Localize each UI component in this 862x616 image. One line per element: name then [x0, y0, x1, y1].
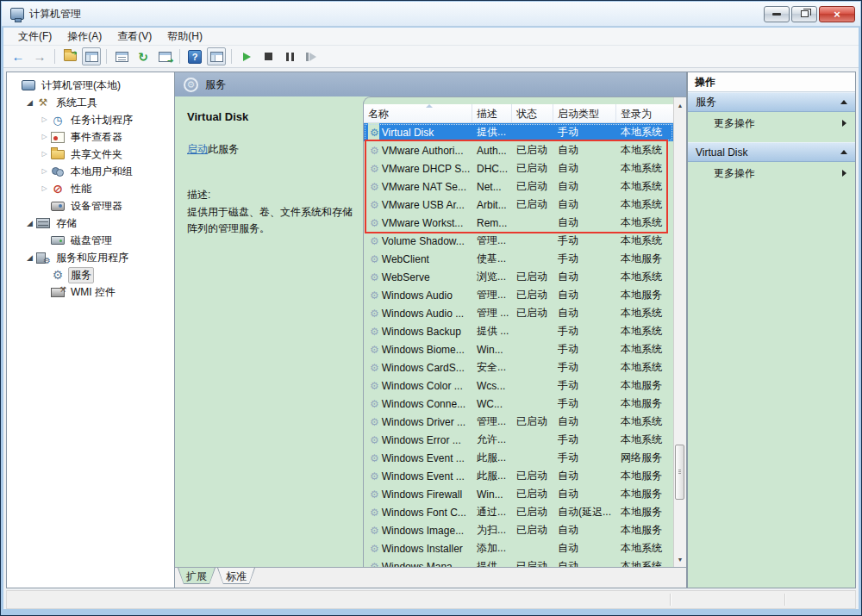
forward-button[interactable]: →: [30, 47, 49, 65]
service-name-cell: ⚙WebServe: [364, 271, 472, 283]
service-row[interactable]: ⚙Windows FirewallWin...已启动自动本地服务: [364, 485, 673, 503]
tree-item-device-manager[interactable]: 设备管理器: [7, 197, 174, 215]
tree-item-services-apps[interactable]: ◢服务和应用程序: [7, 249, 174, 266]
service-description-cell: 此服...: [472, 451, 512, 465]
column-header-name[interactable]: 名称: [364, 104, 472, 122]
device-manager-icon: [51, 202, 65, 211]
column-header-startup-type[interactable]: 启动类型: [553, 104, 616, 122]
collapse-group-icon[interactable]: [840, 150, 847, 154]
help-button[interactable]: ?: [185, 47, 204, 65]
refresh-button[interactable]: ↻: [134, 47, 153, 65]
minimize-button[interactable]: [764, 6, 790, 22]
service-row[interactable]: ⚙Windows Backup提供 ...手动本地系统: [364, 322, 673, 340]
expand-arrow-icon[interactable]: ▷: [38, 168, 51, 175]
tree-item-disk-management[interactable]: 磁盘管理: [7, 232, 174, 249]
service-name-cell: ⚙VMware USB Ar...: [364, 199, 472, 211]
service-name-cell: ⚙VMware Workst...: [364, 217, 472, 229]
service-row[interactable]: ⚙Windows Color ...Wcs...手动本地服务: [364, 376, 673, 395]
tree-item-performance[interactable]: ▷性能: [7, 180, 174, 197]
expand-arrow-icon[interactable]: ▷: [38, 116, 51, 123]
actions-group-header[interactable]: 服务: [688, 92, 855, 112]
scroll-up-arrow-icon[interactable]: ▲: [675, 99, 685, 111]
service-row[interactable]: ⚙Windows Mana...提供...已启动自动本地系统: [364, 557, 673, 567]
service-row[interactable]: ⚙Windows Image...为扫...已启动自动本地服务: [364, 521, 673, 539]
collapse-arrow-icon[interactable]: ◢: [23, 99, 36, 107]
restore-button[interactable]: [791, 6, 817, 22]
console-window-button[interactable]: [82, 47, 101, 65]
up-folder-button[interactable]: [60, 47, 79, 65]
expand-arrow-icon[interactable]: ▷: [38, 134, 51, 140]
back-button[interactable]: ←: [9, 47, 28, 65]
service-row[interactable]: ⚙Windows Conne...WC...手动本地服务: [364, 395, 673, 413]
restart-service-button[interactable]: [302, 47, 321, 65]
more-actions-item[interactable]: 更多操作: [688, 112, 855, 134]
tree-item-label: WMI 控件: [68, 284, 118, 301]
tab-standard[interactable]: 标准: [217, 568, 255, 584]
service-row[interactable]: ⚙Windows Audio管理...已启动自动本地服务: [364, 286, 673, 304]
tree-item-shared-folders[interactable]: ▷共享文件夹: [7, 146, 174, 163]
service-row[interactable]: ⚙Windows Driver ...管理...已启动自动本地系统: [364, 413, 673, 431]
actions-group-header[interactable]: Virtual Disk: [688, 142, 855, 162]
tree-item-wmi[interactable]: WMI 控件: [7, 283, 174, 301]
column-header-logon-as[interactable]: 登录为: [616, 104, 671, 122]
service-name-text: WebServe: [382, 271, 430, 283]
service-row[interactable]: ⚙Windows CardS...安全...手动本地系统: [364, 358, 673, 376]
export-list-button[interactable]: [155, 47, 174, 65]
service-startup-type-cell: 自动: [553, 179, 616, 194]
tree-item-task-scheduler[interactable]: ▷任务计划程序: [7, 111, 174, 128]
pause-service-button[interactable]: [280, 47, 299, 65]
start-service-button[interactable]: [237, 47, 256, 65]
tree-item-storage[interactable]: ◢存储: [7, 215, 174, 232]
service-logon-as-cell: 本地系统: [616, 125, 671, 140]
expand-arrow-icon[interactable]: ▷: [38, 185, 51, 192]
more-actions-item[interactable]: 更多操作: [688, 162, 855, 184]
menu-help[interactable]: 帮助(H): [159, 28, 210, 46]
service-row[interactable]: ⚙VMware Authori...Auth...已启动自动本地系统: [364, 141, 673, 159]
service-name-cell: ⚙Windows Event ...: [364, 452, 472, 464]
service-row[interactable]: ⚙Windows Font C...通过...已启动自动(延迟...本地服务: [364, 503, 673, 521]
collapse-arrow-icon[interactable]: ◢: [23, 254, 36, 262]
tree-item-services[interactable]: 服务: [7, 266, 174, 283]
service-status-cell: 已启动: [512, 197, 553, 212]
show-hide-tree-button[interactable]: [207, 47, 226, 65]
service-row[interactable]: ⚙Windows Biome...Win...手动本地系统: [364, 340, 673, 358]
stop-service-button[interactable]: [259, 47, 278, 65]
service-row[interactable]: ⚙VMware Workst...Rem...自动本地系统: [364, 214, 673, 232]
window-list-button[interactable]: [112, 47, 131, 65]
start-service-link[interactable]: 启动: [187, 143, 208, 155]
menu-file[interactable]: 文件(F): [10, 28, 59, 46]
column-header-description[interactable]: 描述: [472, 104, 512, 122]
service-row[interactable]: ⚙Windows Audio ...管理 ...已启动自动本地系统: [364, 304, 673, 322]
scroll-down-arrow-icon[interactable]: ▼: [675, 553, 685, 565]
start-service-suffix: 此服务: [208, 143, 239, 155]
menu-view[interactable]: 查看(V): [109, 28, 159, 46]
expand-arrow-icon[interactable]: ▷: [38, 151, 51, 158]
service-row[interactable]: ⚙WebClient使基...手动本地服务: [364, 250, 673, 268]
tree-item-computer[interactable]: 计算机管理(本地): [7, 77, 174, 94]
tree-item-system-tools[interactable]: ◢系统工具: [7, 94, 174, 111]
service-row[interactable]: ⚙Virtual Disk提供...手动本地系统: [364, 123, 673, 141]
service-row[interactable]: ⚙Windows Event ...此服...手动网络服务: [364, 449, 673, 467]
vertical-scrollbar[interactable]: ▲ ▼: [673, 97, 686, 567]
refresh-icon: ↻: [138, 51, 148, 63]
collapse-group-icon[interactable]: [840, 100, 847, 104]
close-button[interactable]: ×: [819, 6, 855, 22]
menu-action[interactable]: 操作(A): [59, 28, 109, 46]
service-row[interactable]: ⚙Windows Error ...允许...手动本地系统: [364, 431, 673, 449]
tree-item-event-viewer[interactable]: ▷事件查看器: [7, 128, 174, 146]
collapse-arrow-icon[interactable]: ◢: [23, 220, 36, 227]
scrollbar-thumb[interactable]: [675, 445, 684, 500]
tree-item-local-users[interactable]: ▷本地用户和组: [7, 163, 174, 180]
service-row[interactable]: ⚙VMware NAT Se...Net...已启动自动本地系统: [364, 177, 673, 196]
service-row[interactable]: ⚙VMware USB Ar...Arbit...已启动自动本地系统: [364, 196, 673, 214]
service-row[interactable]: ⚙Volume Shadow...管理...手动本地系统: [364, 232, 673, 250]
service-row[interactable]: ⚙WebServe浏览...已启动自动本地系统: [364, 268, 673, 286]
column-header-status[interactable]: 状态: [512, 104, 553, 122]
service-row[interactable]: ⚙Windows Event ...此服...已启动自动本地服务: [364, 467, 673, 485]
tab-extended[interactable]: 扩展: [178, 568, 216, 584]
service-row[interactable]: ⚙Windows Installer添加...自动本地系统: [364, 539, 673, 557]
service-logon-as-cell: 网络服务: [616, 451, 671, 465]
service-row[interactable]: ⚙VMware DHCP S...DHC...已启动自动本地系统: [364, 159, 673, 177]
titlebar[interactable]: 计算机管理 ×: [2, 2, 860, 27]
tree-item-label: 共享文件夹: [68, 146, 125, 163]
